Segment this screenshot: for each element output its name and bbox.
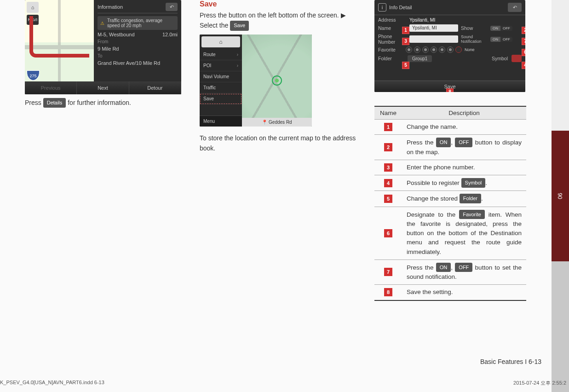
save-chip: Save xyxy=(230,21,249,31)
screenshot-traffic-info: ⌂ NAVI 275 Information ↶ Traffic congest… xyxy=(25,0,181,94)
row-description: Save the setting. xyxy=(402,285,526,300)
previous-button: Previous xyxy=(25,81,77,94)
callout-1: 1 xyxy=(402,27,409,34)
screenshot-save-menu: ⌂ Route› POI› Navi Volume Traffic Save M… xyxy=(200,35,312,127)
row-number-badge: 3 xyxy=(384,163,392,172)
inline-chip: ON xyxy=(436,263,451,272)
menu-traffic: Traffic xyxy=(200,82,242,93)
route-line xyxy=(29,16,89,58)
th-name: Name xyxy=(374,106,402,120)
print-file: K_PSEV_G4.0[USA_N]AVN_PART6.indd 6-13 xyxy=(0,380,104,386)
inline-chip: Folder xyxy=(460,194,481,203)
table-row: 8Save the setting. xyxy=(374,285,526,300)
back-icon: ↶ xyxy=(166,3,178,11)
save-heading: Save xyxy=(200,0,356,8)
callout-3: 3 xyxy=(402,38,409,45)
status-road: Geddes Rd xyxy=(242,118,312,127)
show-label: Show xyxy=(461,25,488,31)
symbol-label: Symbol xyxy=(492,56,508,61)
caption-details: Press Details for further information. xyxy=(25,98,181,108)
inline-chip: OFF xyxy=(455,263,472,272)
to-label: To xyxy=(98,53,178,58)
menu-route: Route› xyxy=(200,49,242,60)
callout-6: 6 xyxy=(522,49,525,56)
back-icon: ↶ xyxy=(508,3,522,12)
table-row: 5Change the stored Folder. xyxy=(374,191,526,207)
save-instruction: Press the button on the left bottom of t… xyxy=(200,10,356,31)
th-description: Description xyxy=(402,106,526,120)
sound-toggle: ONOFF xyxy=(490,37,522,42)
fav-dot xyxy=(414,46,420,53)
row-description: Possible to register Symbol. xyxy=(402,175,526,191)
fav-dot xyxy=(439,46,445,53)
detour-button: Detour xyxy=(129,81,181,94)
show-toggle: ONOFF xyxy=(490,26,522,31)
info-title: Information xyxy=(98,4,123,10)
print-date: 2015-07-24 오후 2:55:2 xyxy=(513,380,566,386)
folder-button: Group1 xyxy=(408,55,432,62)
inline-chip: Symbol xyxy=(461,178,486,188)
congestion-banner: Traffic congestion, average speed of 20 … xyxy=(98,16,178,30)
row-description: Change the name. xyxy=(402,120,526,135)
from-value: 9 Mile Rd xyxy=(98,46,178,52)
menu-navi-volume: Navi Volume xyxy=(200,71,242,82)
details-chip: Details xyxy=(43,98,66,108)
page-footer: Basic Features I 6-13 xyxy=(480,358,541,365)
row-description: Change the stored Folder. xyxy=(402,191,526,207)
description-table: Name Description 1Change the name.2Press… xyxy=(374,106,526,301)
caption-post: for further information. xyxy=(66,99,131,106)
to-value: Grand River Ave/10 Mile Rd xyxy=(98,60,178,66)
row-description: Press the ON, OFF button to display on t… xyxy=(402,135,526,160)
table-row: 3Enter the phone number. xyxy=(374,160,526,175)
row-number-badge: 5 xyxy=(384,195,392,203)
row-number-badge: 6 xyxy=(384,229,392,237)
address-label: Address xyxy=(378,17,407,23)
fav-dot xyxy=(431,46,437,53)
info-icon: i xyxy=(378,3,386,12)
fav-dot xyxy=(447,46,454,53)
favorite-label: Favorite xyxy=(378,47,404,52)
inline-chip: Favorite xyxy=(459,210,485,219)
fav-dot xyxy=(406,46,412,53)
callout-4: 4 xyxy=(522,62,525,69)
row-description: Press the ON, OFF button to set the soun… xyxy=(402,259,526,285)
menu-poi: POI› xyxy=(200,60,242,71)
screenshot-info-detail: i Info Detail ↶ Address Ypsilanti, MI Na… xyxy=(374,0,525,92)
side-tab-strip: 06 xyxy=(552,0,569,392)
info-detail-title: Info Detail xyxy=(389,5,412,10)
row-description: Designate to the Favorite item. When the… xyxy=(402,207,526,259)
table-row: 7Press the ON, OFF button to set the sou… xyxy=(374,259,526,285)
side-tab-active: 06 xyxy=(552,131,569,261)
left-menu: ⌂ Route› POI› Navi Volume Traffic Save M… xyxy=(200,35,242,127)
row-description: Enter the phone number. xyxy=(402,160,526,175)
callout-7: 7 xyxy=(522,38,525,45)
menu-save: Save xyxy=(200,93,242,104)
caption-pre: Press xyxy=(25,99,43,106)
save-instruction-pre: Press the button on the left bottom of t… xyxy=(200,12,346,29)
address-value: Ypsilanti, MI xyxy=(409,17,522,23)
next-button: Next xyxy=(77,81,129,94)
fav-dot xyxy=(422,46,429,53)
from-label: From xyxy=(98,39,178,44)
inline-chip: OFF xyxy=(455,138,472,147)
table-row: 6Designate to the Favorite item. When th… xyxy=(374,207,526,259)
home-icon: ⌂ xyxy=(201,36,240,47)
highway-shield: 275 xyxy=(27,70,40,81)
none-label: None xyxy=(465,47,475,52)
symbol-swatch xyxy=(512,55,522,62)
row-number-badge: 7 xyxy=(384,268,392,276)
callout-2: 2 xyxy=(522,27,525,34)
sound-label: Sound Notification xyxy=(461,35,488,44)
info-panel: Information ↶ Traffic congestion, averag… xyxy=(94,0,181,94)
table-row: 1Change the name. xyxy=(374,120,526,135)
road-name: M-5, Westbound xyxy=(98,32,135,37)
save-description: To store the location on the current map… xyxy=(200,133,356,154)
folder-label: Folder xyxy=(378,56,404,61)
table-row: 2Press the ON, OFF button to display on … xyxy=(374,135,526,160)
print-metadata: K_PSEV_G4.0[USA_N]AVN_PART6.indd 6-13 20… xyxy=(0,380,569,386)
callout-5: 5 xyxy=(402,62,409,69)
map-cursor-icon xyxy=(272,75,282,86)
row-number-badge: 1 xyxy=(384,123,392,131)
fav-dot-none xyxy=(455,46,462,53)
home-icon: ⌂ xyxy=(27,2,39,13)
